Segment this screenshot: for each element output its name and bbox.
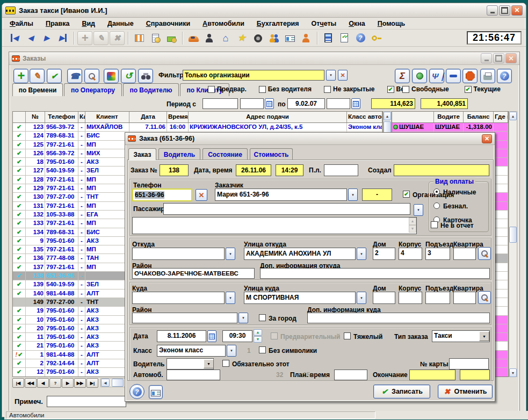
from-combobox[interactable] bbox=[132, 248, 225, 260]
minimize-button[interactable] bbox=[487, 5, 498, 16]
header-cell[interactable]: Ка bbox=[78, 112, 85, 122]
note-field[interactable] bbox=[47, 396, 126, 407]
header-cell[interactable]: Клиент bbox=[85, 112, 129, 122]
plan-time-field[interactable] bbox=[334, 370, 367, 380]
header-cell[interactable]: Где н bbox=[494, 112, 508, 122]
from-entrance-field[interactable]: 3 bbox=[425, 248, 450, 260]
to-house-field[interactable] bbox=[373, 292, 395, 304]
header-cell[interactable]: Адрес подачи bbox=[189, 112, 347, 122]
close-button[interactable] bbox=[511, 5, 523, 16]
time-field[interactable]: 09:30 bbox=[222, 330, 252, 342]
table-row[interactable]: ✔123956-39-72-МИХАЙЛОВ7.11.0616:00КРИЖИЖ… bbox=[13, 123, 382, 132]
orders-toolbar-confirm-button[interactable] bbox=[47, 69, 62, 83]
toolbar-star-button[interactable] bbox=[234, 31, 249, 45]
period-to-time-field[interactable] bbox=[327, 98, 350, 109]
toolbar-delete-button[interactable] bbox=[110, 31, 125, 45]
time-spinner[interactable]: ▲▼ bbox=[254, 329, 262, 343]
not-in-report-checkbox[interactable] bbox=[431, 221, 438, 228]
period-from-calendar-button[interactable] bbox=[265, 98, 274, 109]
orders-toolbar-stop-button[interactable] bbox=[462, 69, 478, 83]
orders-toolbar-restaurant-button[interactable] bbox=[429, 69, 444, 83]
class-combobox[interactable]: Эконом класс bbox=[157, 345, 226, 357]
menu-item-Вид[interactable]: Вид bbox=[82, 20, 95, 27]
phone-clear-button[interactable] bbox=[196, 189, 207, 201]
to-search-button[interactable] bbox=[478, 291, 491, 304]
toolbar-key-button[interactable] bbox=[369, 31, 384, 45]
menu-item-Файлы[interactable]: Файлы bbox=[10, 20, 33, 27]
from-flat-field[interactable] bbox=[453, 248, 476, 260]
orders-toolbar-fax-button[interactable] bbox=[67, 69, 82, 83]
tab-по Времени[interactable]: по Времени bbox=[12, 83, 63, 96]
orders-toolbar-binoculars-button[interactable] bbox=[138, 69, 153, 83]
textarea-scroll-arrows[interactable]: ▲▼ bbox=[409, 218, 416, 233]
from-dropdown-button[interactable] bbox=[226, 248, 235, 260]
phone-field[interactable]: 651-36-96 bbox=[132, 189, 192, 201]
header-cell[interactable] bbox=[13, 112, 26, 122]
from-street-combobox[interactable]: АКАДЕМИКА АНОХИНА УЛ bbox=[244, 248, 356, 260]
orders-toolbar-refresh-button[interactable] bbox=[121, 69, 136, 83]
drivers-table-vscrollbar[interactable]: ▲ ▼ bbox=[509, 111, 517, 377]
header-cell[interactable]: Класс автомо bbox=[347, 112, 382, 122]
checkbox-box[interactable] bbox=[387, 86, 394, 93]
toolbar-id-card-button[interactable] bbox=[283, 31, 298, 45]
date-field[interactable]: 8.11.2006 bbox=[157, 330, 206, 342]
menu-item-Бухгалтерия[interactable]: Бухгалтерия bbox=[257, 20, 299, 27]
header-cell[interactable]: Баланс bbox=[464, 112, 494, 122]
save-button[interactable]: ✔Записать bbox=[373, 385, 430, 399]
toolbar-add-button[interactable] bbox=[77, 31, 92, 45]
toolbar-money-button[interactable] bbox=[164, 31, 179, 45]
period-to-date-field[interactable]: 9.02.07 bbox=[287, 98, 325, 109]
to-street-dropdown-button[interactable] bbox=[357, 292, 366, 304]
dialog-close-button[interactable] bbox=[482, 134, 492, 143]
to-combobox[interactable] bbox=[132, 292, 225, 304]
checkbox-Предвар.[interactable]: Предвар. bbox=[208, 85, 247, 93]
toolbar-agent-button[interactable] bbox=[202, 31, 217, 45]
from-street-dropdown-button[interactable] bbox=[357, 248, 366, 260]
nav-button-2[interactable]: ◀ bbox=[37, 378, 49, 388]
checkbox-box[interactable] bbox=[402, 86, 409, 93]
checkbox-Не закрытые[interactable]: Не закрытые bbox=[324, 85, 375, 93]
nav-button-4[interactable]: ▶ bbox=[62, 378, 74, 388]
nav-button-6[interactable]: ▶| bbox=[86, 378, 98, 388]
menu-item-Правка[interactable]: Правка bbox=[46, 20, 69, 27]
menu-item-Автомобили[interactable]: Автомобили bbox=[202, 20, 244, 27]
order-type-dropdown-button[interactable] bbox=[479, 331, 489, 341]
dialog-tab-Стоимость[interactable]: Стоимость bbox=[250, 148, 293, 160]
period-from-date-field[interactable] bbox=[202, 98, 238, 109]
toolbar-grid-button[interactable] bbox=[132, 31, 147, 45]
to-info-field[interactable] bbox=[307, 313, 490, 323]
header-cell[interactable]: Время bbox=[167, 112, 189, 122]
menu-item-Справочники[interactable]: Справочники bbox=[146, 20, 190, 27]
from-house-field[interactable]: 2 bbox=[373, 248, 395, 260]
filter-dropdown-button[interactable] bbox=[326, 70, 336, 81]
header-cell[interactable]: № bbox=[26, 112, 45, 122]
mandatory-driver-checkbox[interactable] bbox=[222, 360, 229, 367]
menu-item-Окна[interactable]: Окна bbox=[349, 20, 365, 27]
to-flat-field[interactable] bbox=[453, 292, 476, 304]
toolbar-calculator-button[interactable] bbox=[321, 31, 336, 45]
header-cell[interactable] bbox=[392, 112, 434, 122]
tab-по Водителю[interactable]: по Водителю bbox=[123, 83, 179, 96]
toolbar-wheel-button[interactable] bbox=[250, 31, 265, 45]
orders-toolbar-print-button[interactable] bbox=[480, 69, 495, 83]
payment-radio-Наличные[interactable] bbox=[433, 189, 440, 195]
header-cell[interactable]: Дата bbox=[129, 112, 167, 122]
to-district-dropdown-button[interactable] bbox=[238, 313, 248, 323]
orders-close-button[interactable] bbox=[505, 53, 517, 63]
toolbar-nav-prev-button[interactable] bbox=[23, 31, 38, 45]
checkbox-box[interactable] bbox=[465, 86, 472, 93]
to-district-combobox[interactable] bbox=[132, 313, 237, 323]
passenger-dropdown-button[interactable] bbox=[414, 204, 423, 216]
toolbar-edit-button[interactable] bbox=[93, 31, 109, 45]
header-cell[interactable]: Телефон bbox=[45, 112, 78, 122]
toolbar-home-button[interactable] bbox=[218, 31, 233, 45]
payment-radio-Безнал.[interactable] bbox=[433, 202, 440, 209]
heavy-checkbox[interactable] bbox=[344, 332, 351, 339]
toolbar-operator-button[interactable] bbox=[299, 31, 314, 45]
toolbar-tasks-button[interactable] bbox=[337, 31, 352, 45]
pl-field[interactable] bbox=[324, 164, 358, 176]
to-dropdown-button[interactable] bbox=[226, 292, 235, 304]
dialog-tab-Водитель[interactable]: Водитель bbox=[158, 148, 200, 160]
auto-field[interactable] bbox=[167, 370, 220, 380]
orders-toolbar-help-button[interactable] bbox=[497, 69, 512, 83]
